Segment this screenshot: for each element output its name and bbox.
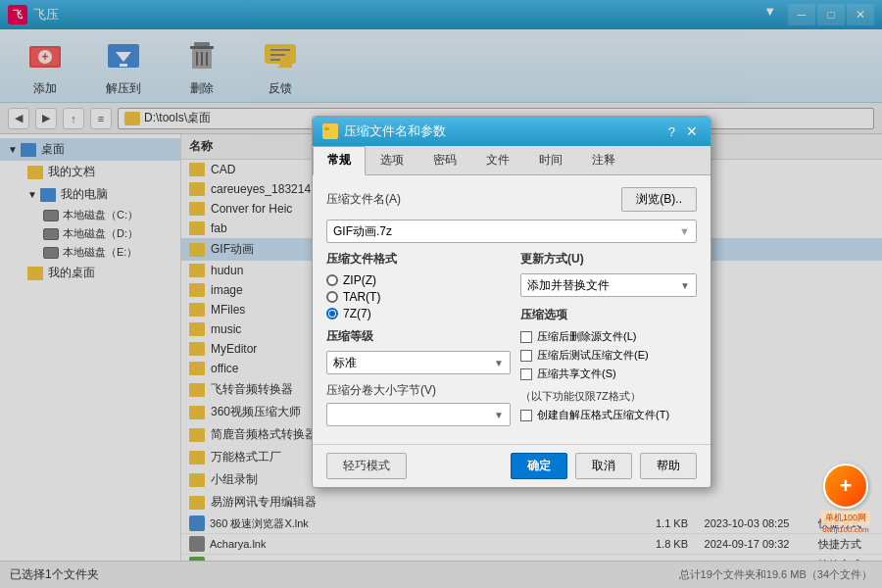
dialog-footer: 轻巧模式 确定 取消 帮助	[313, 444, 710, 487]
compress-dialog: 压缩文件名和参数 ? ✕ 常规 选项 密码 文件 时间 注释 压缩文件名(A) …	[312, 116, 711, 488]
radio-zip-btn[interactable]	[326, 274, 338, 286]
tab-time[interactable]: 时间	[524, 146, 577, 174]
left-col: 压缩文件格式 ZIP(Z) TAR(T) 7Z(7)	[326, 251, 511, 426]
update-arrow: ▼	[680, 280, 690, 291]
format-section-label: 压缩文件格式	[326, 251, 511, 268]
split-value	[333, 408, 336, 421]
tab-password[interactable]: 密码	[418, 146, 471, 174]
radio-tar-btn[interactable]	[326, 291, 338, 303]
dialog-help-button[interactable]: ?	[668, 124, 675, 139]
help-button[interactable]: 帮助	[640, 453, 697, 479]
radio-7z[interactable]: 7Z(7)	[326, 307, 511, 320]
chk-delete-source-label: 压缩后删除源文件(L)	[537, 329, 636, 344]
dialog-tabs: 常规 选项 密码 文件 时间 注释	[313, 146, 710, 175]
level-arrow: ▼	[494, 358, 504, 368]
tab-comment[interactable]: 注释	[577, 146, 630, 174]
chk-sfx[interactable]: 创建自解压格式压缩文件(T)	[520, 408, 697, 422]
radio-tar-label: TAR(T)	[343, 290, 380, 304]
radio-zip-label: ZIP(Z)	[343, 273, 376, 287]
options-label: 压缩选项	[520, 307, 697, 323]
two-col-section: 压缩文件格式 ZIP(Z) TAR(T) 7Z(7)	[326, 251, 697, 426]
filename-input[interactable]: GIF动画.7z ▼	[326, 220, 697, 243]
chk-sfx-label: 创建自解压格式压缩文件(T)	[537, 408, 669, 422]
chk-delete-source[interactable]: 压缩后删除源文件(L)	[520, 329, 697, 344]
watermark-url: danji100.com	[822, 525, 869, 534]
filename-row: 压缩文件名(A) 浏览(B)..	[326, 187, 697, 212]
radio-zip[interactable]: ZIP(Z)	[326, 273, 511, 287]
ok-button[interactable]: 确定	[511, 453, 567, 479]
tab-options[interactable]: 选项	[366, 146, 418, 174]
watermark-circle: +	[823, 464, 868, 509]
svg-rect-19	[324, 127, 329, 130]
modal-overlay: 压缩文件名和参数 ? ✕ 常规 选项 密码 文件 时间 注释 压缩文件名(A) …	[0, 0, 882, 588]
dialog-close-button[interactable]: ✕	[683, 122, 701, 140]
chk-shared[interactable]: 压缩共享文件(S)	[520, 367, 697, 381]
radio-tar[interactable]: TAR(T)	[326, 290, 511, 304]
chk-delete-source-box[interactable]	[520, 331, 532, 343]
options-checkbox-group: 压缩后删除源文件(L) 压缩后测试压缩文件(E) 压缩共享文件(S)	[520, 329, 697, 381]
tab-general[interactable]: 常规	[313, 146, 366, 175]
radio-7z-label: 7Z(7)	[343, 307, 371, 320]
level-select[interactable]: 标准 ▼	[326, 351, 511, 374]
right-col: 更新方式(U) 添加并替换文件 ▼ 压缩选项 压缩后删除源文件(L) 压	[520, 251, 697, 426]
radio-7z-btn[interactable]	[326, 308, 338, 319]
watermark-symbol: +	[840, 473, 853, 499]
dialog-content: 压缩文件名(A) 浏览(B).. GIF动画.7z ▼ 压缩文件格式 ZIP(Z…	[313, 175, 710, 444]
dialog-titlebar: 压缩文件名和参数 ? ✕	[313, 117, 710, 146]
chk-test-box[interactable]	[520, 350, 532, 362]
tab-files[interactable]: 文件	[471, 146, 524, 174]
cancel-button[interactable]: 取消	[575, 453, 632, 479]
chk-shared-box[interactable]	[520, 368, 532, 380]
split-arrow: ▼	[494, 410, 504, 420]
note-text: （以下功能仅限7Z格式）	[520, 389, 697, 404]
dialog-title-icon	[322, 123, 338, 139]
level-value: 标准	[333, 355, 357, 371]
filename-value: GIF动画.7z	[333, 223, 392, 240]
level-label: 压缩等级	[326, 328, 511, 345]
filename-label: 压缩文件名(A)	[326, 191, 621, 208]
split-label: 压缩分卷大小字节(V)	[326, 382, 511, 399]
chk-sfx-box[interactable]	[520, 410, 532, 421]
light-mode-button[interactable]: 轻巧模式	[326, 453, 407, 479]
update-select[interactable]: 添加并替换文件 ▼	[520, 273, 697, 297]
chk-test-label: 压缩后测试压缩文件(E)	[537, 348, 649, 363]
browse-button[interactable]: 浏览(B)..	[621, 187, 697, 212]
update-value: 添加并替换文件	[527, 277, 610, 294]
dialog-title-text: 压缩文件名和参数	[344, 122, 668, 140]
format-radio-group: ZIP(Z) TAR(T) 7Z(7)	[326, 273, 511, 320]
watermark: + 单机100网 danji100.com	[821, 464, 870, 534]
chk-shared-label: 压缩共享文件(S)	[537, 367, 616, 381]
split-select[interactable]: ▼	[326, 403, 511, 426]
update-label: 更新方式(U)	[520, 251, 697, 268]
chk-test[interactable]: 压缩后测试压缩文件(E)	[520, 348, 697, 363]
watermark-site: 单机100网	[821, 511, 870, 525]
